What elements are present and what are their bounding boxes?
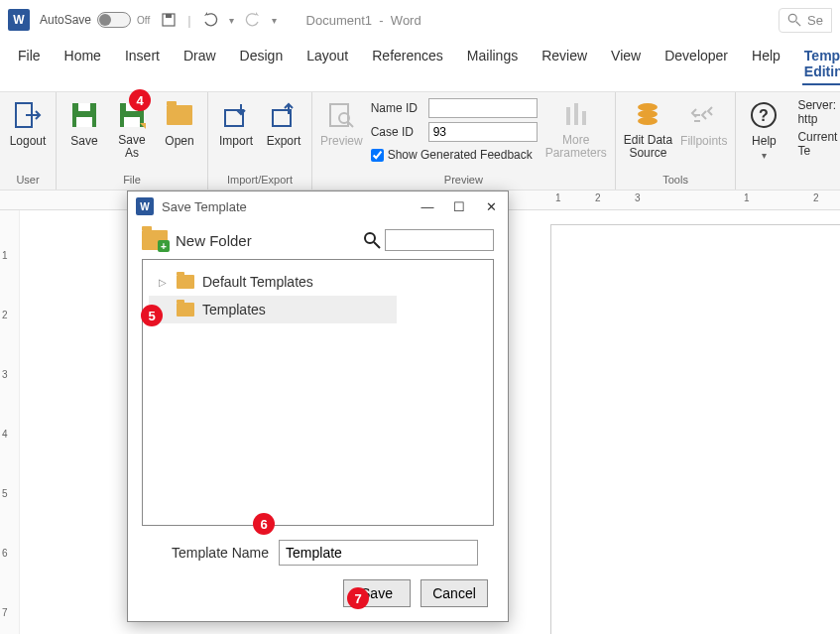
- save-icon[interactable]: [160, 11, 178, 29]
- search-icon: [363, 231, 381, 249]
- tab-review[interactable]: Review: [540, 44, 589, 85]
- show-feedback-checkbox[interactable]: [371, 149, 384, 162]
- open-button[interactable]: Open: [160, 98, 199, 148]
- server-info: Server: http Current Te: [791, 98, 837, 158]
- separator: |: [187, 13, 190, 28]
- save-label: Save: [70, 134, 97, 148]
- more-parameters-label: More Parameters: [545, 134, 607, 160]
- search-box[interactable]: Se: [779, 8, 832, 33]
- preview-icon: [324, 98, 358, 132]
- import-button[interactable]: Import: [216, 98, 256, 148]
- tab-file[interactable]: File: [16, 44, 43, 85]
- tab-view[interactable]: View: [609, 44, 643, 85]
- preview-button: Preview: [320, 98, 363, 148]
- fillpoints-label: Fillpoints: [680, 134, 727, 148]
- save-as-label: Save As: [118, 134, 145, 160]
- tab-references[interactable]: References: [370, 44, 445, 85]
- tab-layout[interactable]: Layout: [304, 44, 350, 85]
- name-id-input[interactable]: [428, 98, 538, 118]
- new-folder-label: New Folder: [176, 232, 252, 249]
- folder-item-templates[interactable]: Templates: [149, 296, 397, 323]
- annotation-badge-7: 7: [347, 587, 369, 609]
- ruler-mark: 7: [2, 607, 8, 618]
- export-button[interactable]: Export: [264, 98, 303, 148]
- tab-mailings[interactable]: Mailings: [465, 44, 520, 85]
- save-icon: [67, 98, 101, 132]
- new-folder-icon: [142, 230, 168, 250]
- maximize-button[interactable]: ☐: [450, 199, 468, 214]
- folder-icon: [177, 303, 194, 317]
- tab-insert[interactable]: Insert: [123, 44, 162, 85]
- group-label: Preview: [320, 172, 607, 188]
- fillpoints-icon: [687, 98, 721, 132]
- ruler-mark: 1: [744, 192, 750, 203]
- template-name-label: Template Name: [172, 545, 269, 561]
- help-label: Help: [752, 134, 777, 148]
- logout-icon: [11, 98, 45, 132]
- svg-rect-1: [166, 14, 172, 18]
- titlebar: W AutoSave Off | ▾ ▾ Document1 - Word Se: [0, 0, 840, 40]
- autosave-state: Off: [137, 15, 150, 26]
- annotation-badge-5: 5: [141, 305, 163, 326]
- cancel-button[interactable]: Cancel: [420, 579, 488, 607]
- case-id-input[interactable]: [428, 122, 538, 142]
- minimize-button[interactable]: —: [419, 199, 436, 214]
- svg-point-21: [638, 117, 658, 125]
- show-feedback-label: Show Generated Feedback: [388, 148, 533, 162]
- edit-data-source-button[interactable]: Edit Data Source: [624, 98, 672, 160]
- svg-rect-17: [574, 103, 578, 125]
- template-name-input[interactable]: [279, 540, 478, 566]
- autosave-label: AutoSave: [40, 13, 91, 27]
- tab-developer[interactable]: Developer: [662, 44, 730, 85]
- logout-label: Logout: [10, 134, 47, 148]
- tab-home[interactable]: Home: [62, 44, 103, 85]
- dropdown-icon[interactable]: ▾: [229, 15, 234, 26]
- vertical-ruler[interactable]: 1 2 3 4 5 6 7: [0, 210, 20, 634]
- save-button[interactable]: Save: [64, 98, 104, 148]
- dropdown-icon[interactable]: ▾: [762, 150, 767, 161]
- dropdown-icon[interactable]: ▾: [272, 15, 277, 26]
- folder-search-input[interactable]: [385, 229, 494, 251]
- fillpoints-button: Fillpoints: [680, 98, 727, 148]
- folder-item-default-templates[interactable]: ▷ Default Templates: [149, 268, 487, 296]
- undo-icon[interactable]: [201, 11, 219, 29]
- group-user: Logout User: [0, 92, 57, 190]
- import-icon: [219, 98, 253, 132]
- svg-point-24: [365, 233, 375, 243]
- tab-help[interactable]: Help: [750, 44, 782, 85]
- ribbon: Logout User Save Save As O: [0, 91, 840, 190]
- save-template-dialog: W Save Template — ☐ ✕ New Folder ▷ Defau…: [127, 190, 509, 622]
- help-button[interactable]: ? Help ▾: [744, 98, 783, 161]
- tab-draw[interactable]: Draw: [181, 44, 218, 85]
- export-label: Export: [267, 134, 301, 148]
- folder-name: Default Templates: [202, 274, 313, 290]
- search-icon: [787, 13, 801, 27]
- ruler-mark: 2: [2, 310, 8, 320]
- toggle-icon[interactable]: [97, 12, 131, 28]
- logout-button[interactable]: Logout: [8, 98, 48, 148]
- page[interactable]: [550, 224, 840, 634]
- svg-rect-18: [582, 111, 586, 125]
- svg-point-20: [638, 110, 658, 118]
- app-icon: W: [136, 197, 154, 215]
- dialog-titlebar[interactable]: W Save Template — ☐ ✕: [128, 191, 508, 221]
- tab-template-editing[interactable]: Template Editing: [802, 44, 840, 85]
- svg-point-2: [788, 14, 796, 22]
- ruler-mark: 1: [2, 250, 8, 261]
- ribbon-tabs: File Home Insert Draw Design Layout Refe…: [0, 40, 840, 91]
- export-icon: [267, 98, 300, 132]
- svg-rect-7: [76, 117, 92, 127]
- tab-design[interactable]: Design: [238, 44, 286, 85]
- redo-icon[interactable]: [244, 11, 262, 29]
- new-folder-button[interactable]: New Folder: [142, 230, 252, 250]
- expander-icon[interactable]: ▷: [159, 277, 169, 288]
- folder-list[interactable]: ▷ Default Templates Templates: [142, 259, 494, 526]
- edit-data-source-label: Edit Data Source: [624, 134, 672, 160]
- svg-rect-16: [566, 107, 570, 125]
- app-icon: W: [8, 9, 30, 31]
- ruler-mark: 1: [555, 192, 561, 203]
- preview-label: Preview: [320, 134, 363, 148]
- close-button[interactable]: ✕: [482, 199, 500, 214]
- autosave-toggle[interactable]: AutoSave Off: [40, 12, 150, 28]
- folder-name: Templates: [202, 302, 266, 317]
